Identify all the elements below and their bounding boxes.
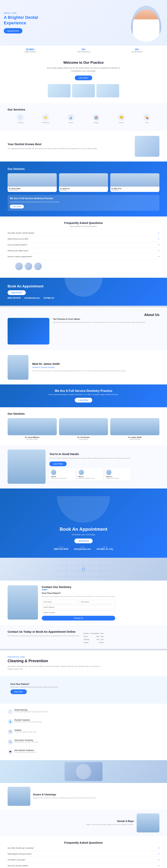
full-service-banner-cta[interactable]: Learn More <box>75 398 92 403</box>
page-1: Dental Care A Brighter Dental Experience… <box>0 0 167 306</box>
hero-mini-label: Dental Care <box>4 12 84 14</box>
dentist-name-2: Dr. Sarah Lee <box>60 188 107 189</box>
apt-address: Location 123 Main St, City <box>96 546 113 550</box>
xrays-image <box>137 813 159 832</box>
service-cleaning[interactable]: 🦷 Cleaning <box>17 114 24 123</box>
service-braces[interactable]: 😁 Braces <box>118 114 125 123</box>
about-description: We are dedicated to providing exceptiona… <box>53 321 159 324</box>
cleaning-faq-item-2[interactable]: What happens during an exam? + <box>8 851 159 857</box>
screening-text: Oral Cancer Screening Early detection fo… <box>14 739 38 743</box>
contact-today-title: Contact Us Today or Book An Appointment … <box>8 630 80 633</box>
first-time-desc: We welcome new patients and make your fi… <box>42 595 115 598</box>
tool-circle-deco <box>76 764 91 779</box>
book-cta-button[interactable]: Appointment <box>8 290 26 295</box>
dentist-img-1 <box>8 173 57 187</box>
dentist-knows-image <box>135 136 159 157</box>
sealants-desc: Protective coating for back teeth. <box>14 731 37 733</box>
apt-phone: Call Us (555) 234-5678 <box>54 546 68 550</box>
dentist-img-2 <box>59 173 108 187</box>
good-hands-image <box>8 450 46 484</box>
services-title: Our Services <box>8 108 159 111</box>
cleaning-features-list: 🦷 Dental Cleaning Professional cleaning … <box>8 708 159 756</box>
exams-desc: Regular dental exams are essential for m… <box>33 797 96 799</box>
welcome-cta-button[interactable]: Learn More <box>75 75 92 80</box>
welcome-images <box>8 84 159 97</box>
cleaning-faq-item-4[interactable]: How can I prevent cavities? + <box>8 863 159 868</box>
stat-exp2-label: Dental Experts <box>131 51 143 53</box>
contact-today-section: Contact Us Today or Book An Appointment … <box>0 625 167 649</box>
contact-accent-line <box>42 590 47 590</box>
dentist-card-1: Dr. James Smith General Dentist <box>8 173 57 192</box>
service-whitening[interactable]: ⭐ Whitening <box>42 114 49 123</box>
hour-time-4: Closed <box>99 642 104 643</box>
care-icon: 💊 <box>143 114 150 121</box>
first-time-box: First-Time Patient? We provide a compreh… <box>8 680 159 697</box>
faq-q-1: How often should I visit the dentist? <box>8 232 35 234</box>
contact-hours: Monday - Thursday 8am - 5pm Friday 8am -… <box>84 632 104 644</box>
stat-exp-value: 15+ <box>77 48 90 51</box>
exams-label: Exams <box>67 122 74 123</box>
book-email: info@dental.com <box>24 297 40 299</box>
apt-email-label: Email <box>74 546 91 548</box>
full-service-cta[interactable]: Learn More <box>10 205 24 209</box>
services-icons-row: 🦷 Cleaning ⭐ Whitening 🔬 Exams 🏥 Surgery… <box>8 114 159 123</box>
cleaning-hero: Preventive Care Cleaning & Prevention We… <box>0 650 167 676</box>
dentist-info-3: Dr. Mike Chen Periodontist <box>110 187 159 192</box>
contact-email-field[interactable] <box>42 605 115 609</box>
faq-item-5[interactable]: How do I make an appointment? + <box>8 254 159 260</box>
faq-item-2[interactable]: What services do you offer? + <box>8 236 159 242</box>
book-email-value: info@dental.com <box>24 297 40 299</box>
faq-item-4[interactable]: What are your office hours? + <box>8 248 159 254</box>
cleaning-features-section: 🦷 Dental Cleaning Professional cleaning … <box>0 704 167 760</box>
xrays-title: Dental X-Rays <box>86 820 134 823</box>
faq-subtitle: Have questions? We have answers. <box>8 225 159 227</box>
cleaning-faq-q-4: How can I prevent cavities? <box>8 865 29 867</box>
feature-fluoride: 💧 Fluoride Treatment Strengthens enamel … <box>8 717 159 726</box>
service-surgery[interactable]: 🏥 Surgery <box>93 114 100 123</box>
contact-phone-field[interactable] <box>42 611 115 615</box>
contact-form-name-row <box>42 600 115 604</box>
hour-day-4: Sunday <box>84 642 89 643</box>
xrays-content: Dental X-Rays Digital X-rays provide det… <box>86 820 134 826</box>
service-care[interactable]: 💊 Care <box>143 114 150 123</box>
dentist-card-3: Dr. Mike Chen Periodontist <box>110 173 159 192</box>
first-time-patient-section: First-Time Patient? We provide a compreh… <box>0 676 167 704</box>
contact-today-inner: Contact Us Today or Book An Appointment … <box>8 630 159 644</box>
good-hands-cta[interactable]: Learn More <box>49 462 67 466</box>
faq-expand-icon-2: + <box>158 238 159 240</box>
apt-semicircle-deco <box>57 496 110 523</box>
cleaning-mini-label: Preventive Care <box>8 656 159 658</box>
gum-icon: ❤ <box>8 749 13 755</box>
dentist-info-1: Dr. James Smith General Dentist <box>8 187 57 192</box>
appointment-cta-button[interactable]: Appointment <box>74 538 93 543</box>
first-time-cta[interactable]: Book Now <box>10 689 27 694</box>
full-service-box: We Are A Full Service Dentistry Practice… <box>8 195 159 211</box>
faq-item-1[interactable]: How often should I visit the dentist? + <box>8 230 159 236</box>
full-service-banner-title: We Are A Full Service Dentistry Practice <box>8 389 159 393</box>
full-service-desc: Our practice provides comprehensive dent… <box>10 201 157 203</box>
fluoride-icon: 💧 <box>8 719 13 724</box>
hero-cta-button[interactable]: Appointment <box>4 28 23 33</box>
testimonial-mini-2: Mary K. Best dental experience ever. <box>77 468 103 481</box>
about-top-row: Our Practice & Core Values We are dedica… <box>8 318 159 344</box>
cleaning-faq-item-1[interactable]: How often should I get a cleaning? + <box>8 845 159 851</box>
cleaning-faq-section: Frequently Asked Questions How often sho… <box>0 836 167 868</box>
hour-time-2: 8am - 4pm <box>96 636 103 637</box>
faq-item-3[interactable]: Do you accept insurance? + <box>8 242 159 248</box>
braces-icon: 😁 <box>118 114 125 121</box>
sealants-icon: 🛡 <box>8 729 13 735</box>
contact-submit-button[interactable]: Contact Us <box>42 616 115 621</box>
contact-last-name[interactable] <box>79 600 115 604</box>
service-exams[interactable]: 🔬 Exams <box>67 114 74 123</box>
tool-image-section <box>0 760 167 783</box>
contact-first-name[interactable] <box>42 600 78 604</box>
dentists-blue-section: Our Dentists Dr. James Smith General Den… <box>0 161 167 216</box>
book-phone: (555) 234-5678 <box>8 297 20 299</box>
testimonials-mini: John D. Amazing care and service! Mary K… <box>49 468 131 481</box>
contact-today-desc: Our staff is here to answer your questio… <box>8 635 80 637</box>
hero-image-area <box>84 4 163 42</box>
cleaning-faq-item-3[interactable]: Are dental X-rays safe? + <box>8 857 159 863</box>
book-address-value: 123 Main St <box>43 297 54 299</box>
surgery-icon: 🏥 <box>93 114 100 121</box>
page-separator-1 <box>0 306 167 307</box>
